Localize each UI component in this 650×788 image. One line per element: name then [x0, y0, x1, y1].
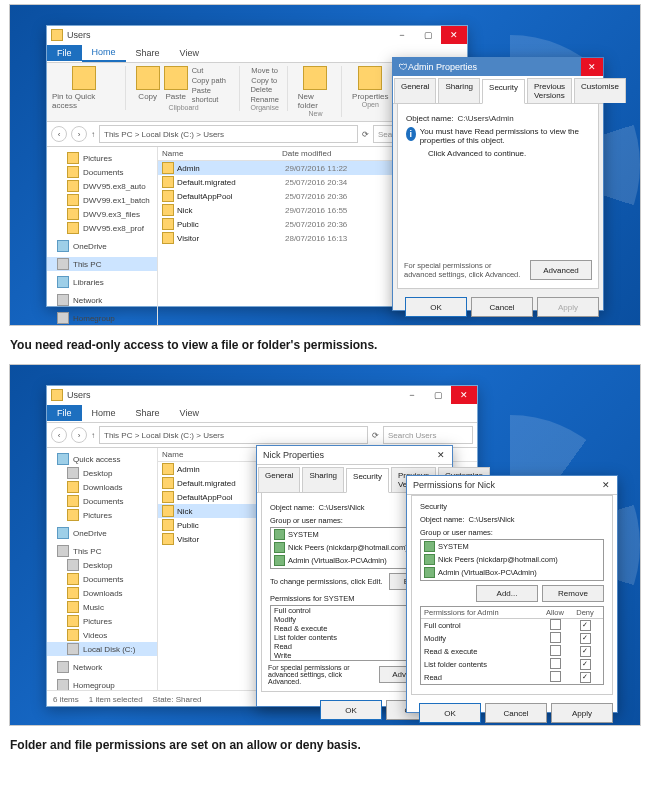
copy-to-button[interactable]: Copy to: [251, 76, 278, 85]
nav-item[interactable]: DWV99.ex1_batch: [47, 193, 157, 207]
cancel-button[interactable]: Cancel: [471, 297, 533, 317]
deny-checkbox[interactable]: ✓: [580, 659, 591, 670]
properties-button[interactable]: Properties: [352, 92, 388, 101]
deny-checkbox[interactable]: ✓: [580, 672, 591, 683]
nav-item[interactable]: DWV9.ex3_files: [47, 207, 157, 221]
back-button[interactable]: ‹: [51, 427, 67, 443]
back-button[interactable]: ‹: [51, 126, 67, 142]
close-button[interactable]: ✕: [430, 446, 452, 464]
tab-home[interactable]: Home: [82, 405, 126, 421]
copy-button[interactable]: Copy: [138, 92, 157, 101]
rename-button[interactable]: Rename: [250, 95, 278, 104]
paste-button[interactable]: Paste: [165, 92, 185, 101]
nav-downloads2[interactable]: Downloads: [47, 586, 157, 600]
pin-icon[interactable]: [72, 66, 96, 90]
dialog-tab[interactable]: Sharing: [438, 78, 480, 103]
cancel-button[interactable]: Cancel: [485, 703, 547, 723]
nav-network[interactable]: Network: [47, 293, 157, 307]
new-folder-icon[interactable]: [303, 66, 327, 90]
close-button[interactable]: ✕: [451, 386, 477, 404]
up-icon[interactable]: ↑: [91, 431, 95, 440]
group-item[interactable]: Administrators (VirtualBox-PC\Administra…: [421, 579, 603, 581]
allow-checkbox[interactable]: [550, 632, 561, 643]
nav-pictures[interactable]: Pictures: [47, 151, 157, 165]
titlebar[interactable]: Users − ▢ ✕: [47, 26, 467, 44]
ok-button[interactable]: OK: [320, 700, 382, 720]
nav-music[interactable]: Music: [47, 600, 157, 614]
tab-share[interactable]: Share: [126, 45, 170, 61]
nav-desktop2[interactable]: Desktop: [47, 558, 157, 572]
group-item[interactable]: Admin (VirtualBox-PC\Admin): [421, 566, 603, 579]
dialog-tab[interactable]: General: [394, 78, 436, 103]
nav-downloads[interactable]: Downloads: [47, 480, 157, 494]
tab-home[interactable]: Home: [82, 44, 126, 62]
dialog-titlebar[interactable]: Permissions for Nick ✕: [407, 476, 617, 495]
groups-listbox[interactable]: SYSTEMNick Peers (nickdarp@hotmail.com)A…: [420, 539, 604, 581]
dialog-tab[interactable]: Security: [346, 468, 389, 493]
ok-button[interactable]: OK: [419, 703, 481, 723]
nav-libraries[interactable]: Libraries: [47, 275, 157, 289]
add-button[interactable]: Add...: [476, 585, 538, 602]
close-button[interactable]: ✕: [581, 58, 603, 76]
nav-local-disk[interactable]: Local Disk (C:): [47, 642, 157, 656]
dialog-titlebar[interactable]: 🛡 Admin Properties ✕: [393, 58, 603, 76]
group-item[interactable]: Nick Peers (nickdarp@hotmail.com): [421, 553, 603, 566]
deny-checkbox[interactable]: ✓: [580, 633, 591, 644]
dialog-tab[interactable]: General: [258, 467, 300, 492]
ok-button[interactable]: OK: [405, 297, 467, 317]
maximize-button[interactable]: ▢: [425, 386, 451, 404]
nav-videos[interactable]: Videos: [47, 628, 157, 642]
refresh-icon[interactable]: ⟳: [362, 130, 369, 139]
tab-view[interactable]: View: [170, 45, 209, 61]
forward-button[interactable]: ›: [71, 427, 87, 443]
titlebar[interactable]: Users − ▢ ✕: [47, 386, 477, 404]
up-icon[interactable]: ↑: [91, 130, 95, 139]
minimize-button[interactable]: −: [399, 386, 425, 404]
allow-checkbox[interactable]: [550, 619, 561, 630]
col-name[interactable]: Name: [162, 149, 282, 158]
new-folder-button[interactable]: New folder: [298, 92, 333, 110]
nav-onedrive[interactable]: OneDrive: [47, 239, 157, 253]
nav-pictures2[interactable]: Pictures: [47, 614, 157, 628]
remove-button[interactable]: Remove: [542, 585, 604, 602]
nav-quick-access[interactable]: Quick access: [47, 452, 157, 466]
col-date[interactable]: Date modified: [282, 149, 372, 158]
nav-pictures[interactable]: Pictures: [47, 508, 157, 522]
close-button[interactable]: ✕: [441, 26, 467, 44]
paste-shortcut-button[interactable]: Paste shortcut: [192, 86, 232, 104]
dialog-tab[interactable]: Sharing: [302, 467, 344, 492]
nav-this-pc[interactable]: This PC: [47, 257, 157, 271]
tab-view[interactable]: View: [170, 405, 209, 421]
delete-button[interactable]: Delete: [250, 85, 278, 94]
apply-button[interactable]: Apply: [537, 297, 599, 317]
refresh-icon[interactable]: ⟳: [372, 431, 379, 440]
pin-button[interactable]: Pin to Quick access: [52, 92, 117, 110]
advanced-button[interactable]: Advanced: [530, 260, 592, 280]
allow-checkbox[interactable]: [550, 645, 561, 656]
nav-network[interactable]: Network: [47, 660, 157, 674]
nav-item[interactable]: DWV95.ex8_auto: [47, 179, 157, 193]
dialog-titlebar[interactable]: Nick Properties ✕: [257, 446, 452, 465]
forward-button[interactable]: ›: [71, 126, 87, 142]
properties-icon[interactable]: [358, 66, 382, 90]
allow-checkbox[interactable]: [550, 658, 561, 669]
nav-homegroup[interactable]: Homegroup: [47, 311, 157, 325]
allow-checkbox[interactable]: [550, 671, 561, 682]
minimize-button[interactable]: −: [389, 26, 415, 44]
nav-item[interactable]: DWV95.ex8_prof: [47, 221, 157, 235]
dialog-tab[interactable]: Previous Versions: [527, 78, 572, 103]
search-input[interactable]: Search Users: [383, 426, 473, 444]
dialog-tab[interactable]: Security: [482, 79, 525, 104]
move-to-button[interactable]: Move to: [251, 66, 278, 75]
nav-homegroup[interactable]: Homegroup: [47, 678, 157, 690]
maximize-button[interactable]: ▢: [415, 26, 441, 44]
copy-path-button[interactable]: Copy path: [192, 76, 232, 85]
dialog-tab[interactable]: Customise: [574, 78, 626, 103]
group-item[interactable]: SYSTEM: [421, 540, 603, 553]
deny-checkbox[interactable]: ✓: [580, 620, 591, 631]
tab-share[interactable]: Share: [126, 405, 170, 421]
breadcrumb-path[interactable]: This PC > Local Disk (C:) > Users: [99, 125, 358, 143]
paste-icon[interactable]: [164, 66, 188, 90]
nav-desktop[interactable]: Desktop: [47, 466, 157, 480]
nav-this-pc[interactable]: This PC: [47, 544, 157, 558]
